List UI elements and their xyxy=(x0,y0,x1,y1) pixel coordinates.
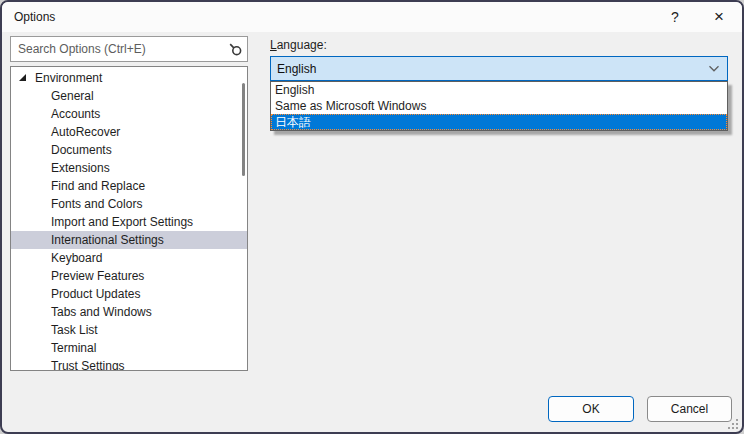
tree-item[interactable]: Fonts and Colors xyxy=(11,195,247,213)
window-title: Options xyxy=(14,10,55,24)
cancel-button[interactable]: Cancel xyxy=(647,396,732,422)
tree-item[interactable]: International Settings xyxy=(11,231,247,249)
tree-item[interactable]: Trust Settings xyxy=(11,357,247,371)
dropdown-option-label: Same as Microsoft Windows xyxy=(275,99,426,113)
tree-root-label: Environment xyxy=(35,69,102,87)
tree-item-label: Documents xyxy=(51,141,112,159)
tree-item[interactable]: Find and Replace xyxy=(11,177,247,195)
tree-item[interactable]: Documents xyxy=(11,141,247,159)
tree-item-label: Terminal xyxy=(51,339,96,357)
tree-scrollbar[interactable] xyxy=(242,83,245,176)
search-input[interactable] xyxy=(11,42,227,56)
dropdown-option[interactable]: English xyxy=(271,82,727,98)
tree-item[interactable]: Tabs and Windows xyxy=(11,303,247,321)
tree-item[interactable]: Product Updates xyxy=(11,285,247,303)
tree-item-label: Trust Settings xyxy=(51,357,125,371)
tree-expander-icon[interactable] xyxy=(19,74,26,81)
tree-item-label: Keyboard xyxy=(51,249,102,267)
tree-item-label: Accounts xyxy=(51,105,100,123)
options-dialog: Options ? × Environment General xyxy=(0,0,744,434)
tree-item-label: Product Updates xyxy=(51,285,140,303)
tree-item-label: General xyxy=(51,87,94,105)
tree-item-label: International Settings xyxy=(51,231,164,249)
tree-item[interactable]: Accounts xyxy=(11,105,247,123)
resize-grip-icon[interactable] xyxy=(728,418,738,428)
tree-item-label: Fonts and Colors xyxy=(51,195,142,213)
language-label: Language: xyxy=(270,38,327,52)
tree-item[interactable]: Extensions xyxy=(11,159,247,177)
tree-item[interactable]: Preview Features xyxy=(11,267,247,285)
search-icon[interactable] xyxy=(227,42,247,56)
tree-item[interactable]: AutoRecover xyxy=(11,123,247,141)
tree-item-label: Task List xyxy=(51,321,98,339)
chevron-down-icon xyxy=(708,65,727,73)
tree-item[interactable]: Keyboard xyxy=(11,249,247,267)
tree-item-label: Find and Replace xyxy=(51,177,145,195)
language-dropdown-list: English Same as Microsoft Windows 日本語 xyxy=(270,81,728,131)
tree-item-label: Extensions xyxy=(51,159,110,177)
help-button[interactable]: ? xyxy=(655,2,695,32)
tree-item[interactable]: General xyxy=(11,87,247,105)
close-button[interactable]: × xyxy=(699,2,739,32)
language-combobox[interactable]: English xyxy=(270,56,728,81)
tree-item[interactable]: Task List xyxy=(11,321,247,339)
tree-item-label: Preview Features xyxy=(51,267,144,285)
language-label-mnemonic: L xyxy=(270,38,277,52)
tree-item-label: Tabs and Windows xyxy=(51,303,152,321)
tree-children: General Accounts AutoRecover Documents E… xyxy=(11,87,247,371)
tree-item[interactable]: Import and Export Settings xyxy=(11,213,247,231)
options-tree: Environment General Accounts AutoRecover… xyxy=(10,66,248,371)
tree-item-environment[interactable]: Environment xyxy=(11,69,247,87)
dropdown-option-label: 日本語 xyxy=(275,115,311,129)
dropdown-option[interactable]: 日本語 xyxy=(271,114,727,130)
dropdown-option[interactable]: Same as Microsoft Windows xyxy=(271,98,727,114)
tree-item-label: AutoRecover xyxy=(51,123,120,141)
ok-button[interactable]: OK xyxy=(548,396,634,422)
tree-item[interactable]: Terminal xyxy=(11,339,247,357)
titlebar: Options ? × xyxy=(2,2,742,32)
dropdown-option-label: English xyxy=(275,83,314,97)
language-label-rest: anguage: xyxy=(277,38,327,52)
language-selected-value: English xyxy=(271,62,708,76)
tree-item-label: Import and Export Settings xyxy=(51,213,193,231)
search-box xyxy=(10,36,248,62)
